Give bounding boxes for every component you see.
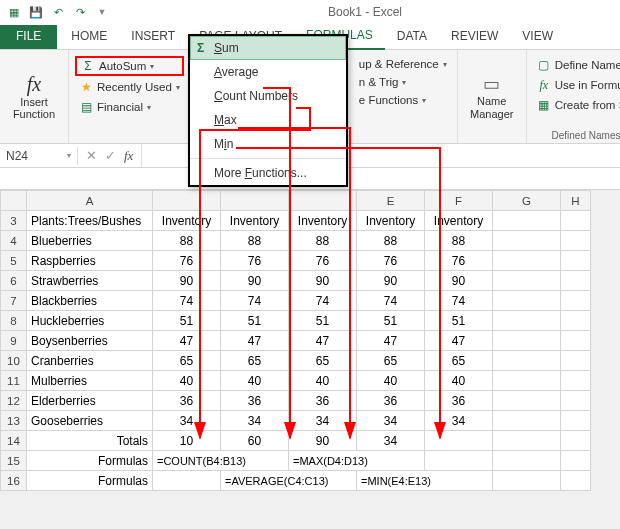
cell[interactable] <box>493 391 561 411</box>
dd-max[interactable]: Max <box>190 108 346 132</box>
cell[interactable]: 34 <box>357 411 425 431</box>
cell[interactable]: 65 <box>425 351 493 371</box>
cell[interactable]: 65 <box>289 351 357 371</box>
row-header[interactable]: 8 <box>1 311 27 331</box>
cell[interactable] <box>493 451 561 471</box>
name-manager-button[interactable]: ▭ Name Manager <box>464 73 520 119</box>
row-header[interactable]: 14 <box>1 431 27 451</box>
cell[interactable]: 34 <box>221 411 289 431</box>
cell[interactable]: 51 <box>153 311 221 331</box>
cell[interactable] <box>561 311 591 331</box>
cell[interactable]: 88 <box>425 231 493 251</box>
fx-icon[interactable]: fx <box>124 148 133 164</box>
cell[interactable]: 90 <box>289 431 357 451</box>
cell[interactable]: 34 <box>357 431 425 451</box>
row-header[interactable]: 5 <box>1 251 27 271</box>
col-header-H[interactable]: H <box>561 191 591 211</box>
cell[interactable]: 65 <box>153 351 221 371</box>
cell[interactable]: 76 <box>221 251 289 271</box>
cell[interactable] <box>493 251 561 271</box>
more-functions-button[interactable]: e Functions ▾ <box>355 92 451 108</box>
cell[interactable]: 65 <box>221 351 289 371</box>
col-header-A[interactable]: A <box>27 191 153 211</box>
lookup-reference-button[interactable]: up & Reference ▾ <box>355 56 451 72</box>
tab-insert[interactable]: INSERT <box>119 25 187 49</box>
cell[interactable]: 36 <box>357 391 425 411</box>
cell[interactable]: 88 <box>153 231 221 251</box>
cell[interactable]: 47 <box>153 331 221 351</box>
select-all-cell[interactable] <box>1 191 27 211</box>
cell[interactable]: 90 <box>289 271 357 291</box>
cell[interactable] <box>425 451 493 471</box>
cell[interactable] <box>493 211 561 231</box>
cell[interactable] <box>561 431 591 451</box>
cell[interactable] <box>561 231 591 251</box>
cell[interactable]: 90 <box>425 271 493 291</box>
cell[interactable] <box>561 331 591 351</box>
cell[interactable]: 65 <box>357 351 425 371</box>
cell[interactable]: 60 <box>221 431 289 451</box>
cell[interactable]: Blackberries <box>27 291 153 311</box>
cell[interactable] <box>493 331 561 351</box>
save-icon[interactable]: 💾 <box>28 4 44 20</box>
dd-min[interactable]: Min <box>190 132 346 156</box>
tab-view[interactable]: VIEW <box>510 25 565 49</box>
row-header[interactable]: 13 <box>1 411 27 431</box>
col-header-B[interactable] <box>153 191 221 211</box>
cell[interactable]: 34 <box>289 411 357 431</box>
cell[interactable]: 34 <box>153 411 221 431</box>
cell[interactable] <box>561 271 591 291</box>
dd-sum[interactable]: Sum <box>190 36 346 60</box>
row-header[interactable]: 11 <box>1 371 27 391</box>
cell[interactable]: 76 <box>357 251 425 271</box>
cell[interactable]: 36 <box>425 391 493 411</box>
cell[interactable]: Strawberries <box>27 271 153 291</box>
cell[interactable]: Inventory <box>289 211 357 231</box>
cell[interactable] <box>493 431 561 451</box>
tab-home[interactable]: HOME <box>59 25 119 49</box>
create-from-selection-button[interactable]: ▦ Create from Sel <box>533 96 620 114</box>
cell[interactable]: 74 <box>289 291 357 311</box>
cell[interactable]: 40 <box>289 371 357 391</box>
row-header[interactable]: 9 <box>1 331 27 351</box>
cell[interactable]: Cranberries <box>27 351 153 371</box>
cell[interactable] <box>561 391 591 411</box>
cell[interactable] <box>493 371 561 391</box>
cell[interactable] <box>561 451 591 471</box>
cell[interactable]: 76 <box>425 251 493 271</box>
cell[interactable]: Huckleberries <box>27 311 153 331</box>
cell[interactable]: 40 <box>221 371 289 391</box>
row-header[interactable]: 3 <box>1 211 27 231</box>
undo-icon[interactable]: ↶ <box>50 4 66 20</box>
row-header[interactable]: 10 <box>1 351 27 371</box>
cell[interactable] <box>561 251 591 271</box>
cell[interactable] <box>425 431 493 451</box>
cell[interactable] <box>561 351 591 371</box>
col-header-G[interactable]: G <box>493 191 561 211</box>
cell[interactable]: 74 <box>221 291 289 311</box>
cell[interactable]: =MAX(D4:D13) <box>289 451 425 471</box>
cell[interactable] <box>561 471 591 491</box>
cell[interactable]: 51 <box>221 311 289 331</box>
cell[interactable] <box>493 411 561 431</box>
cell[interactable] <box>561 211 591 231</box>
cell[interactable] <box>561 291 591 311</box>
cell[interactable] <box>493 311 561 331</box>
cell[interactable]: 34 <box>425 411 493 431</box>
cell[interactable]: 74 <box>357 291 425 311</box>
cancel-icon[interactable]: ✕ <box>86 148 97 164</box>
cell[interactable]: Blueberries <box>27 231 153 251</box>
cell[interactable]: 10 <box>153 431 221 451</box>
cell[interactable]: Inventory <box>357 211 425 231</box>
cell[interactable]: 47 <box>289 331 357 351</box>
cell[interactable]: Gooseberries <box>27 411 153 431</box>
cell[interactable]: 47 <box>357 331 425 351</box>
cell[interactable]: Inventory <box>425 211 493 231</box>
cell[interactable] <box>493 471 561 491</box>
cell[interactable]: 74 <box>153 291 221 311</box>
col-header-E[interactable]: E <box>357 191 425 211</box>
row-header[interactable]: 15 <box>1 451 27 471</box>
row-header[interactable]: 16 <box>1 471 27 491</box>
cell[interactable]: Inventory <box>153 211 221 231</box>
cell[interactable]: Boysenberries <box>27 331 153 351</box>
